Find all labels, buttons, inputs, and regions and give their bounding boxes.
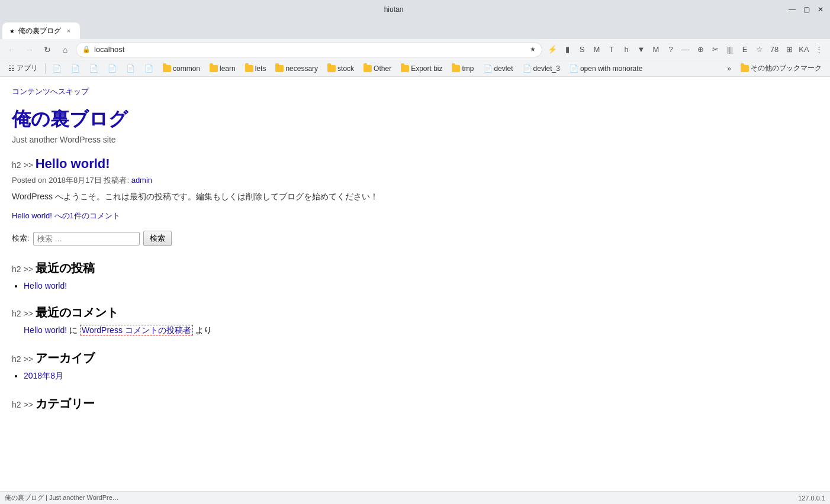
- folder-icon-lets: [245, 65, 253, 72]
- bookmark-page-2[interactable]: 📄: [67, 63, 83, 74]
- bookmark-folder-necessary[interactable]: necessary: [272, 63, 321, 74]
- comment-suffix: より: [195, 325, 212, 335]
- page-icon-1: 📄: [53, 64, 62, 73]
- back-button[interactable]: ←: [5, 43, 19, 57]
- comment-spammer-link[interactable]: WordPress コメントの投稿者: [80, 325, 193, 335]
- bookmark-label-devlet: devlet: [494, 64, 513, 73]
- cast-button[interactable]: ▮: [561, 43, 574, 56]
- search-button[interactable]: 検索: [143, 231, 172, 246]
- search-label: 検索:: [12, 233, 30, 244]
- extensions-button[interactable]: ⚡: [546, 43, 559, 56]
- page-icon-devlet3: 📄: [523, 64, 532, 73]
- refresh-button[interactable]: ↻: [40, 43, 54, 57]
- forward-button[interactable]: →: [22, 43, 37, 57]
- tool13[interactable]: KA: [797, 43, 810, 56]
- recent-posts-prefix: h2 >>: [12, 264, 36, 274]
- menu-button[interactable]: ⋮: [812, 43, 825, 56]
- bookmark-page-1[interactable]: 📄: [49, 63, 65, 74]
- tab-close-button[interactable]: ×: [65, 27, 73, 35]
- bookmark-star-icon[interactable]: ★: [530, 46, 536, 53]
- archive-link[interactable]: 2018年8月: [24, 371, 63, 380]
- bookmark-folder-stock[interactable]: stock: [324, 63, 358, 74]
- status-ip: 127.0.0.1: [798, 495, 825, 502]
- bookmark-page-4[interactable]: 📄: [104, 63, 120, 74]
- bookmark-manager-button[interactable]: M: [590, 43, 603, 56]
- bookmark-folder-tmp[interactable]: tmp: [448, 63, 477, 74]
- bookmark-devlet[interactable]: 📄 devlet: [480, 63, 517, 74]
- post-heading: h2 >> Hello world!: [12, 156, 521, 172]
- search-form: 検索: 検索: [12, 231, 521, 246]
- close-window-button[interactable]: ✕: [816, 5, 825, 14]
- bookmark-page-6[interactable]: 📄: [141, 63, 157, 74]
- apps-label: アプリ: [17, 63, 38, 73]
- archives-prefix: h2 >>: [12, 354, 36, 364]
- tab-title: 俺の裏ブログ: [18, 26, 61, 36]
- skip-link[interactable]: コンテンツへスキップ: [12, 87, 89, 96]
- status-bar: 俺の裏ブログ | Just another WordPre… 127.0.0.1: [0, 491, 830, 504]
- bookmark-page-3[interactable]: 📄: [86, 63, 102, 74]
- minimize-button[interactable]: —: [787, 5, 797, 14]
- recent-comments-prefix: h2 >>: [12, 309, 36, 318]
- address-bar[interactable]: 🔒 localhost ★: [76, 42, 542, 57]
- comment-post-link[interactable]: Hello world!: [24, 325, 67, 335]
- bookmark-page-5[interactable]: 📄: [123, 63, 139, 74]
- folder-label-common: common: [173, 64, 200, 73]
- tool7[interactable]: ⊕: [694, 43, 707, 56]
- search-input[interactable]: [33, 232, 140, 245]
- bookmarks-more-button[interactable]: »: [723, 63, 735, 74]
- recent-post-link[interactable]: Hello world!: [24, 281, 67, 290]
- folder-icon-export-biz: [401, 65, 409, 72]
- folder-label-lets: lets: [255, 64, 266, 73]
- tool9[interactable]: E: [738, 43, 751, 56]
- folder-icon-learn: [210, 65, 218, 72]
- tab-favicon: ★: [9, 28, 15, 34]
- page-icon-6: 📄: [144, 64, 153, 73]
- bookmark-folder-learn[interactable]: learn: [206, 63, 239, 74]
- maximize-button[interactable]: ▢: [802, 5, 811, 14]
- tool3[interactable]: ▼: [635, 43, 648, 56]
- tool6[interactable]: —: [679, 43, 692, 56]
- bookmark-folder-common[interactable]: common: [159, 63, 204, 74]
- comment-item: Hello world! に WordPress コメントの投稿者 より: [24, 325, 521, 336]
- tool4[interactable]: M: [649, 43, 662, 56]
- apps-icon: ☷: [8, 64, 15, 73]
- bookmark-folder-other[interactable]: Other: [360, 63, 395, 74]
- tool10[interactable]: ☆: [753, 43, 766, 56]
- tool11[interactable]: 78: [768, 43, 781, 56]
- tool5[interactable]: ?: [664, 43, 677, 56]
- site-title-link[interactable]: 俺の裏ブログ: [12, 108, 128, 130]
- categories-title: カテゴリー: [36, 397, 95, 410]
- home-button[interactable]: ⌂: [58, 43, 72, 57]
- page-icon-devlet: 📄: [484, 64, 493, 73]
- tool1[interactable]: T: [605, 43, 618, 56]
- post-meta-date: 2018年8月17日: [49, 176, 102, 185]
- tool12[interactable]: ⊞: [783, 43, 796, 56]
- bookmark-folder-others[interactable]: その他のブックマーク: [737, 62, 825, 75]
- bookmark-devlet3[interactable]: 📄 devlet_3: [519, 63, 564, 74]
- list-item: Hello world!: [24, 281, 521, 290]
- post-title-link[interactable]: Hello world!: [36, 156, 110, 171]
- bookmark-label-devlet3: devlet_3: [533, 64, 560, 73]
- bookmark-folder-lets[interactable]: lets: [242, 63, 270, 74]
- tool2[interactable]: h: [620, 43, 633, 56]
- page-icon-monorate: 📄: [570, 64, 578, 73]
- translate-button[interactable]: S: [575, 43, 588, 56]
- archives-list: 2018年8月: [24, 371, 521, 382]
- active-tab[interactable]: ★ 俺の裏ブログ ×: [2, 22, 80, 39]
- bookmark-folder-export-biz[interactable]: Export biz: [397, 63, 446, 74]
- folder-label-export-biz: Export biz: [411, 64, 442, 73]
- post-author-link[interactable]: admin: [131, 176, 152, 185]
- page-icon-4: 📄: [108, 64, 117, 73]
- bookmark-apps[interactable]: ☷ アプリ: [5, 62, 41, 75]
- post-comments-link[interactable]: Hello world! への1件のコメント: [12, 211, 521, 221]
- folder-icon-stock: [327, 65, 336, 72]
- scissors-icon[interactable]: ✂: [709, 43, 722, 56]
- tool8[interactable]: |||: [723, 43, 736, 56]
- folder-label-learn: learn: [220, 64, 236, 73]
- comment-separator: に: [69, 325, 78, 335]
- post-meta-prefix: Posted on: [12, 176, 47, 185]
- archives-title: アーカイブ: [36, 351, 95, 364]
- post-heading-prefix: h2 >>: [12, 160, 36, 170]
- archives-heading: h2 >> アーカイブ: [12, 350, 521, 366]
- bookmark-open-monorate[interactable]: 📄 open with monorate: [566, 63, 646, 74]
